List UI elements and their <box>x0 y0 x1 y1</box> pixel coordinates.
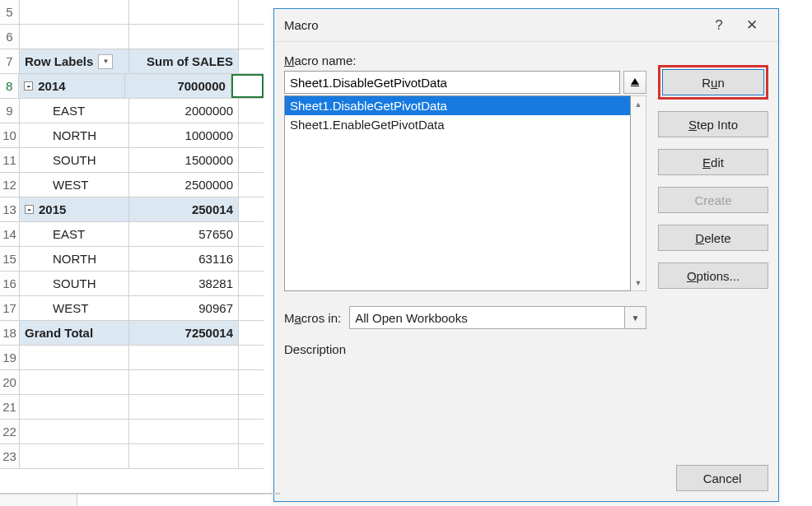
sheet-tabs[interactable] <box>0 493 280 506</box>
cell[interactable]: -2015 <box>20 197 129 221</box>
cell[interactable] <box>20 370 129 394</box>
cell[interactable]: -2014 <box>19 74 125 98</box>
cell[interactable] <box>20 395 129 419</box>
cell[interactable]: 250014 <box>129 197 239 221</box>
row-header[interactable]: 23 <box>0 444 20 468</box>
row-header[interactable]: 22 <box>0 420 20 443</box>
row-header[interactable]: 21 <box>0 395 20 419</box>
edit-button[interactable]: Edit <box>658 149 768 175</box>
cell[interactable] <box>20 25 129 49</box>
selected-cell[interactable] <box>231 74 264 98</box>
grid-row: 19 <box>0 346 264 370</box>
cell[interactable] <box>129 346 239 369</box>
grid-row: 21 <box>0 395 264 420</box>
run-button-highlight: Run <box>658 65 768 100</box>
spreadsheet-grid[interactable]: 567Row Labels▼Sum of SALES8-201470000009… <box>0 0 264 469</box>
cell-text: 2014 <box>38 79 65 93</box>
row-header[interactable]: 16 <box>0 272 20 295</box>
cell[interactable] <box>129 0 239 24</box>
cell[interactable] <box>129 370 239 394</box>
grid-row: 10NORTH1000000 <box>0 123 264 148</box>
cell[interactable] <box>20 0 129 24</box>
grid-row: 12WEST2500000 <box>0 173 264 197</box>
cell-text: 2015 <box>39 202 66 216</box>
filter-dropdown-icon[interactable]: ▼ <box>98 54 113 69</box>
grid-row: 22 <box>0 420 264 444</box>
grid-row: 20 <box>0 370 264 395</box>
options-button[interactable]: Options... <box>658 262 768 289</box>
row-header[interactable]: 15 <box>0 247 20 271</box>
cell[interactable]: 1500000 <box>129 148 239 172</box>
row-header[interactable]: 9 <box>0 99 20 123</box>
row-header[interactable]: 8 <box>0 74 19 98</box>
row-header[interactable]: 5 <box>0 0 20 24</box>
cell[interactable]: EAST <box>20 99 129 123</box>
grid-row: 5 <box>0 0 264 25</box>
cell[interactable] <box>20 420 129 443</box>
row-header[interactable]: 13 <box>0 197 20 221</box>
row-header[interactable]: 11 <box>0 148 20 172</box>
cell[interactable]: SOUTH <box>20 148 129 172</box>
macros-in-combo[interactable]: All Open Workbooks ▼ <box>349 306 646 329</box>
cell[interactable] <box>129 25 239 49</box>
cell[interactable]: EAST <box>20 222 129 246</box>
row-header[interactable]: 6 <box>0 25 20 49</box>
cell[interactable]: 38281 <box>129 272 239 295</box>
collapse-icon[interactable]: - <box>25 205 34 214</box>
cell[interactable]: 90967 <box>129 296 239 320</box>
cell[interactable] <box>129 395 239 419</box>
combo-chevron-down-icon[interactable]: ▼ <box>625 306 646 329</box>
step-into-button[interactable]: Step Into <box>658 111 768 137</box>
cancel-button[interactable]: Cancel <box>676 465 768 491</box>
cell[interactable]: Sum of SALES <box>129 49 239 73</box>
delete-button[interactable]: Delete <box>658 225 768 251</box>
row-header[interactable]: 19 <box>0 346 20 369</box>
cell[interactable]: WEST <box>20 173 129 197</box>
reference-picker-button[interactable] <box>623 71 646 94</box>
row-header[interactable]: 10 <box>0 123 20 147</box>
cell-text: EAST <box>53 104 85 118</box>
grid-row: 7Row Labels▼Sum of SALES <box>0 49 264 74</box>
macro-name-input[interactable] <box>284 71 620 94</box>
cell[interactable]: 7250014 <box>129 321 239 345</box>
cell[interactable]: NORTH <box>20 123 129 147</box>
cell[interactable] <box>20 346 129 369</box>
cell[interactable] <box>20 444 129 468</box>
dialog-titlebar[interactable]: Macro ? ✕ <box>274 9 778 42</box>
row-header[interactable]: 20 <box>0 370 20 394</box>
cell[interactable]: 2500000 <box>129 173 239 197</box>
cell[interactable]: 1000000 <box>129 123 239 147</box>
cell[interactable]: WEST <box>20 296 129 320</box>
cell[interactable] <box>129 420 239 443</box>
cell[interactable] <box>129 444 239 468</box>
close-button[interactable]: ✕ <box>735 16 768 34</box>
cell[interactable]: 7000000 <box>125 74 231 98</box>
cell[interactable]: Row Labels▼ <box>20 49 129 73</box>
row-header[interactable]: 17 <box>0 296 20 320</box>
macro-list-item[interactable]: Sheet1.DisableGetPivotData <box>285 96 630 115</box>
cell[interactable]: 57650 <box>129 222 239 246</box>
row-header[interactable]: 18 <box>0 321 20 345</box>
listbox-scrollbar[interactable]: ▲ ▼ <box>631 95 646 291</box>
macro-listbox[interactable]: Sheet1.DisableGetPivotDataSheet1.EnableG… <box>284 95 631 291</box>
description-label: Description <box>284 342 646 356</box>
cell-text: SOUTH <box>53 153 96 167</box>
cell[interactable]: Grand Total <box>20 321 129 345</box>
cell[interactable]: SOUTH <box>20 272 129 295</box>
scroll-up-icon[interactable]: ▲ <box>631 96 646 112</box>
cell[interactable]: NORTH <box>20 247 129 271</box>
macro-list-item[interactable]: Sheet1.EnableGetPivotData <box>285 115 630 134</box>
row-header[interactable]: 7 <box>0 49 20 73</box>
cell[interactable]: 2000000 <box>129 99 239 123</box>
cell[interactable]: 63116 <box>129 247 239 271</box>
run-button[interactable]: Run <box>662 69 764 95</box>
help-button[interactable]: ? <box>702 17 735 34</box>
scroll-down-icon[interactable]: ▼ <box>631 275 646 290</box>
grid-row: 15NORTH63116 <box>0 247 264 272</box>
row-header[interactable]: 12 <box>0 173 20 197</box>
collapse-icon[interactable]: - <box>24 81 33 91</box>
row-header[interactable]: 14 <box>0 222 20 246</box>
macro-dialog: Macro ? ✕ Macro name: Sheet1.DisableGetP… <box>273 8 779 502</box>
reference-picker-icon <box>631 78 639 86</box>
tab-nav-area[interactable] <box>0 494 77 506</box>
